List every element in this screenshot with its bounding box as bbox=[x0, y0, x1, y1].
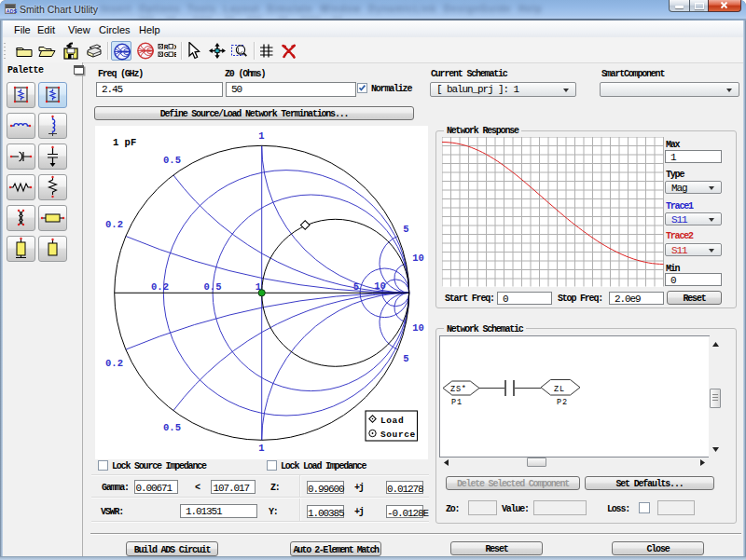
svg-text:P2: P2 bbox=[557, 398, 568, 407]
svg-text:5: 5 bbox=[353, 281, 359, 293]
svg-text:10: 10 bbox=[412, 322, 424, 334]
svg-text:B: B bbox=[173, 51, 176, 58]
svg-text:0.2: 0.2 bbox=[105, 219, 123, 230]
svg-text:10: 10 bbox=[374, 280, 386, 292]
svg-text:5: 5 bbox=[403, 224, 408, 235]
svg-text:10: 10 bbox=[412, 253, 424, 264]
svg-text:X: X bbox=[173, 44, 176, 50]
svg-text:1 pF: 1 pF bbox=[113, 137, 136, 148]
svg-text:0.2: 0.2 bbox=[151, 281, 169, 293]
svg-text:G: G bbox=[164, 51, 169, 58]
svg-text:0.5: 0.5 bbox=[163, 155, 181, 166]
svg-text:Load: Load bbox=[380, 416, 404, 426]
svg-text:R: R bbox=[164, 44, 169, 50]
svg-text:ZS*: ZS* bbox=[450, 385, 467, 394]
svg-text:P1: P1 bbox=[451, 398, 463, 407]
svg-text:ZL: ZL bbox=[554, 385, 565, 394]
svg-text:5: 5 bbox=[403, 353, 408, 364]
svg-text:0.5: 0.5 bbox=[204, 281, 222, 293]
svg-text:0.5: 0.5 bbox=[163, 422, 181, 433]
svg-text:Source: Source bbox=[380, 430, 416, 440]
svg-text:1: 1 bbox=[258, 130, 264, 142]
svg-text:0.2: 0.2 bbox=[105, 358, 123, 369]
svg-text:1: 1 bbox=[258, 443, 264, 454]
